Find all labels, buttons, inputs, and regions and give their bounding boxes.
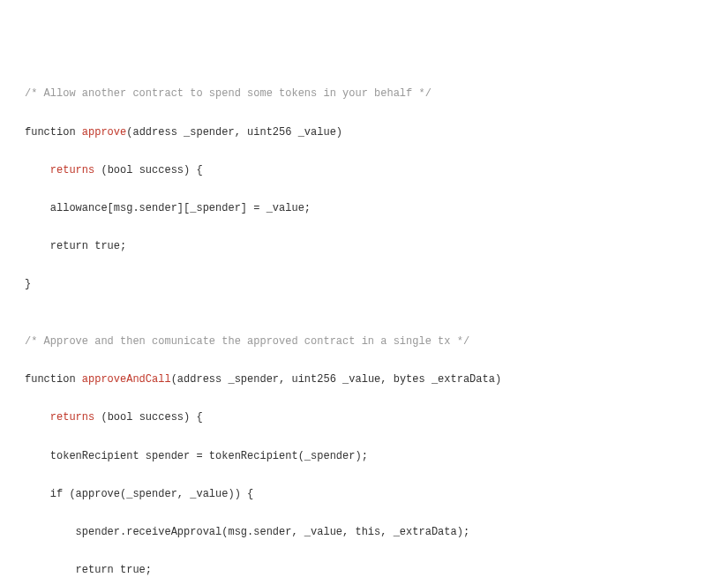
code-text: (address _spender, uint256 _value) [126, 126, 342, 139]
keyword-returns: returns [50, 411, 94, 424]
code-text: } [25, 278, 31, 290]
code-comment: /* Approve and then comunicate the appro… [25, 335, 469, 348]
function-name: approveAndCall [82, 373, 171, 386]
code-text: (bool success) { [94, 164, 202, 176]
code-text: function [25, 126, 82, 139]
keyword-returns: returns [50, 164, 94, 176]
code-text: if (approve(_spender, _value)) { [25, 488, 253, 500]
code-text: return true; [25, 564, 152, 576]
code-text [25, 411, 50, 424]
function-name: approve [82, 126, 126, 139]
code-text: allowance[msg.sender][_spender] = _value… [25, 202, 311, 214]
code-text: (bool success) { [94, 411, 202, 424]
code-text [25, 164, 50, 176]
code-text: tokenRecipient spender = tokenRecipient(… [25, 450, 368, 462]
code-comment: /* Allow another contract to spend some … [25, 87, 432, 100]
code-text: return true; [25, 240, 126, 252]
code-text: (address _spender, uint256 _value, bytes… [171, 373, 501, 386]
code-text: spender.receiveApproval(msg.sender, _val… [25, 526, 469, 538]
code-text: function [25, 373, 82, 386]
